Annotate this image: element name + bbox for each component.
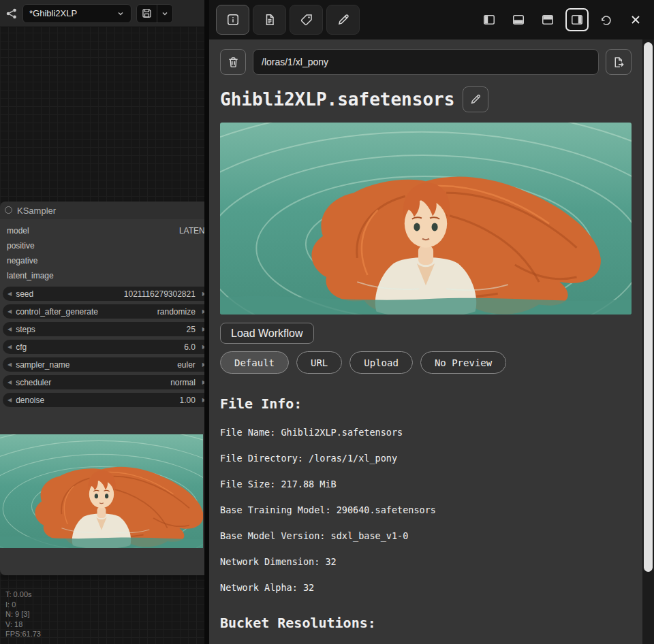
chevron-down-icon [116,10,125,18]
stat-line: N: 9 [3] [5,609,41,619]
node-io-row: positive [0,238,204,253]
title-row: Ghibli2XLP.safetensors [220,86,632,113]
widget-value: 25 [186,325,195,334]
file-info-heading: File Info: [220,396,632,412]
increment-arrow-icon[interactable]: ▶ [202,362,204,368]
stat-line: V: 18 [5,619,41,630]
panel-left-icon [482,13,496,27]
model-title: Ghibli2XLP.safetensors [220,89,454,110]
model-preview-image [220,123,632,315]
decrement-arrow-icon[interactable]: ◀ [7,398,12,403]
decrement-arrow-icon[interactable]: ◀ [7,309,12,315]
trash-icon [227,56,240,69]
increment-arrow-icon[interactable]: ▶ [202,380,204,385]
widget-label: denoise [16,396,179,405]
panel-bottom-icon [512,13,525,27]
widget-label: sampler_name [16,360,177,370]
increment-arrow-icon[interactable]: ▶ [202,398,204,403]
widget-value: 1.00 [179,396,195,405]
decrement-arrow-icon[interactable]: ◀ [7,327,12,332]
scrollbar-thumb[interactable] [644,42,653,572]
preview-upload-button[interactable]: Upload [349,351,413,374]
input-label-positive: positive [7,241,35,251]
panel-right-icon [570,13,584,27]
info-icon [226,13,240,27]
bucket-resolutions-heading: Bucket Resolutions: [220,615,632,631]
close-icon [629,13,642,27]
node-header[interactable]: KSampler [0,202,204,219]
widget-steps[interactable]: ◀ steps 25 ▶ [3,322,204,336]
save-button-group [136,4,173,23]
preview-source-buttons: Default URL Upload No Preview [220,351,632,374]
widget-label: scheduler [16,378,170,387]
node-preview-thumbnail [0,434,203,548]
info-row-base-training-model: Base Training Model: 290640.safetensors [220,504,632,515]
decrement-arrow-icon[interactable]: ◀ [7,362,12,368]
pencil-icon [469,93,482,106]
input-label-negative: negative [7,256,37,265]
widget-value: 1021116279302821 [124,289,196,299]
widget-cfg[interactable]: ◀ cfg 6.0 ▶ [3,340,204,354]
panel-scrollbar[interactable] [642,39,654,644]
chevron-down-icon [161,10,169,18]
dock-bottom-button[interactable] [507,8,530,31]
load-workflow-button[interactable]: Load Workflow [220,323,314,344]
model-info-panel: Ghibli2XLP.safetensors Load Workflow Def… [204,0,654,644]
widget-sampler-name[interactable]: ◀ sampler_name euler ▶ [3,357,204,372]
increment-arrow-icon[interactable]: ▶ [202,291,204,297]
tab-info[interactable] [216,5,249,35]
export-path-button[interactable] [606,49,632,75]
popout-button[interactable] [595,8,618,31]
node-io-row: latent_image [0,268,204,283]
widget-label: steps [16,325,186,334]
info-row-network-dimension: Network Dimension: 32 [220,556,632,567]
file-export-icon [612,56,625,69]
rename-model-button[interactable] [463,86,488,112]
no-preview-button[interactable]: No Preview [420,351,506,374]
decrement-arrow-icon[interactable]: ◀ [7,291,12,297]
tag-icon [300,13,313,27]
preview-url-button[interactable]: URL [296,351,342,374]
close-panel-button[interactable] [624,8,647,31]
stat-line: I: 0 [5,600,41,610]
dock-top-button[interactable] [536,8,559,31]
ksampler-node[interactable]: KSampler model LATENT positive negative … [0,202,204,575]
widget-label: control_after_generate [16,307,157,317]
workflow-name: *Ghibli2XLP [29,8,112,18]
panel-tabs [216,5,360,35]
model-path-input[interactable] [253,49,599,75]
widget-control-after-generate[interactable]: ◀ control_after_generate randomize ▶ [3,304,204,319]
node-collapse-dot[interactable] [5,206,12,214]
save-button[interactable] [137,5,157,22]
widget-seed[interactable]: ◀ seed 1021116279302821 ▶ [3,287,204,301]
node-body: model LATENT positive negative latent_im… [0,219,204,575]
node-io-row: model LATENT [0,223,204,238]
increment-arrow-icon[interactable]: ▶ [202,327,204,332]
tab-document[interactable] [253,5,286,35]
decrement-arrow-icon[interactable]: ◀ [7,380,12,385]
output-label-latent: LATENT [179,226,204,236]
workflow-canvas-panel: KSampler model LATENT positive negative … [0,0,204,644]
document-icon [263,13,277,27]
widget-denoise[interactable]: ◀ denoise 1.00 ▶ [3,393,204,407]
increment-arrow-icon[interactable]: ▶ [202,309,204,315]
decrement-arrow-icon[interactable]: ◀ [7,344,12,350]
save-menu-button[interactable] [157,5,172,22]
info-row-base-model-version: Base Model Version: sdxl_base_v1-0 [220,530,632,541]
delete-model-button[interactable] [220,49,246,75]
widget-scheduler[interactable]: ◀ scheduler normal ▶ [3,375,204,389]
workflow-topbar: *Ghibli2XLP [0,0,204,27]
info-row-file-size: File Size: 217.88 MiB [220,479,632,489]
canvas-stats: T: 0.00s I: 0 N: 9 [3] V: 18 FPS:61.73 [5,590,41,639]
widget-value: normal [170,378,196,387]
workflow-selector[interactable]: *Ghibli2XLP [22,4,131,23]
tab-edit[interactable] [326,5,360,35]
dock-right-button[interactable] [565,8,589,31]
tab-tags[interactable] [290,5,323,35]
increment-arrow-icon[interactable]: ▶ [202,344,204,350]
preview-default-button[interactable]: Default [220,351,289,374]
model-info-content: Ghibli2XLP.safetensors Load Workflow Def… [209,39,642,644]
stat-line: FPS:61.73 [5,629,41,639]
widget-label: seed [16,289,124,299]
dock-left-button[interactable] [478,8,501,31]
